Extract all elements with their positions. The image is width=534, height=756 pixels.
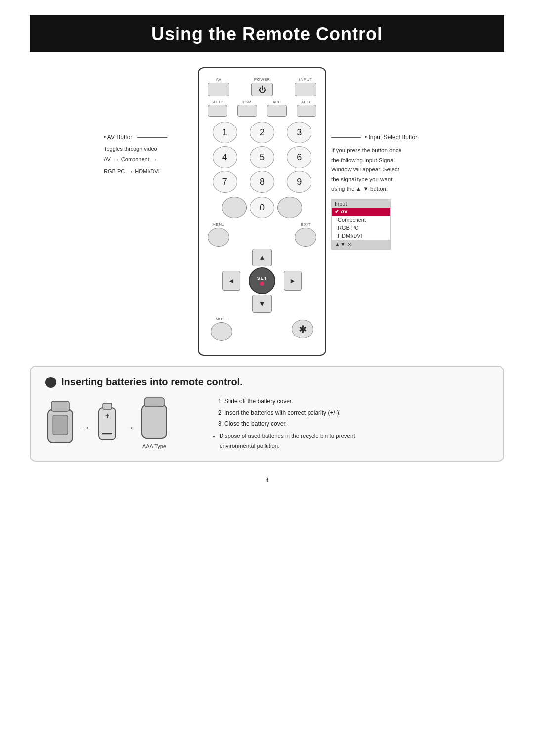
battery-svg: + <box>95 400 120 445</box>
svg-rect-9 <box>142 405 167 438</box>
svg-rect-4 <box>53 415 68 435</box>
isw-item-av: ✔ AV <box>332 208 390 216</box>
menu-exit-row: MENU EXIT <box>208 222 316 247</box>
psm-button-group: PSM <box>237 100 257 117</box>
nav-down-button[interactable]: ▼ <box>252 295 272 313</box>
sleep-button-group: SLEEP <box>208 100 227 117</box>
set-dot <box>260 282 264 286</box>
extra-btn-right[interactable] <box>277 197 302 218</box>
num-1[interactable]: 1 <box>213 122 237 143</box>
mute-button-group: MUTE <box>211 317 232 341</box>
av-label: AV <box>216 77 221 82</box>
instruction-3: Close the battery cover. <box>224 419 355 430</box>
svg-text:+: + <box>105 412 109 420</box>
av-button-label: • AV Button <box>104 134 134 141</box>
sleep-button[interactable] <box>208 105 227 117</box>
nav-right-button[interactable]: ► <box>284 271 302 291</box>
num-5[interactable]: 5 <box>250 146 274 168</box>
batteries-title: Inserting batteries into remote control. <box>61 377 243 388</box>
numpad: 1 2 3 4 5 6 7 8 9 <box>208 122 316 193</box>
num-9[interactable]: 9 <box>287 171 312 193</box>
av-button[interactable] <box>208 83 229 96</box>
isw-item-hdmi-dvi: HDMI/DVI <box>332 232 390 240</box>
power-label: POWER <box>254 77 270 82</box>
isw-title: Input <box>332 200 390 208</box>
svg-rect-1 <box>51 401 69 411</box>
page-number: 4 <box>0 476 534 484</box>
isw-item-rgb-pc: RGB PC <box>332 224 390 232</box>
input-button[interactable] <box>295 83 316 96</box>
av-button-group: AV <box>208 77 229 96</box>
auto-label: AUTO <box>301 100 312 104</box>
mute-row: MUTE ✱ <box>208 317 316 341</box>
instruction-1: Slide off the battery cover. <box>224 396 355 407</box>
psm-button[interactable] <box>237 105 257 117</box>
av-flow: AV → Component → RGB PC → HDMI/DVI <box>104 154 193 178</box>
power-button-group: POWER ⏻ <box>251 77 273 96</box>
zero-row: 0 <box>208 197 316 218</box>
arc-label: ARC <box>273 100 281 104</box>
arrow1: → <box>80 422 90 433</box>
auto-button[interactable] <box>297 105 316 117</box>
batteries-diagrams: → + → AAA Type <box>45 396 199 449</box>
menu-button[interactable] <box>208 228 229 247</box>
num-4[interactable]: 4 <box>213 146 237 168</box>
menu-label: MENU <box>212 222 225 227</box>
remote-control: AV POWER ⏻ INPUT SLEEP PSM <box>198 67 326 356</box>
isw-nav: ▲▼ ⊙ <box>332 240 390 249</box>
mute-label: MUTE <box>216 317 228 321</box>
exit-button[interactable] <box>295 228 316 247</box>
batteries-dot <box>45 377 56 388</box>
batteries-header: Inserting batteries into remote control. <box>45 377 489 388</box>
num-3[interactable]: 3 <box>287 122 312 143</box>
exit-button-group: EXIT <box>295 222 316 247</box>
battery-step1 <box>45 400 75 445</box>
num-6[interactable]: 6 <box>287 146 312 168</box>
battery-step2: + <box>95 400 120 445</box>
power-button[interactable]: ⏻ <box>251 83 273 96</box>
input-button-group: INPUT <box>295 77 316 96</box>
svg-rect-6 <box>103 403 112 409</box>
mute-button[interactable] <box>211 322 232 341</box>
nav-cross: ▲ ◄ SET ► ▼ <box>222 249 302 313</box>
batteries-section: Inserting batteries into remote control. <box>30 366 504 462</box>
extra-btn-left[interactable] <box>222 197 247 218</box>
power-icon: ⏻ <box>259 85 266 94</box>
isw-item-component: Component <box>332 216 390 224</box>
input-select-label: • Input Select Button <box>365 134 419 141</box>
toggles-text: Toggles through video <box>104 146 193 152</box>
left-annotations: • AV Button Toggles through video AV → C… <box>104 67 193 179</box>
input-description: If you press the button once, the follow… <box>331 146 430 194</box>
arrow2: → <box>125 422 134 433</box>
menu-button-group: MENU <box>208 222 229 247</box>
batteries-instructions: Slide off the battery cover. Insert the … <box>209 396 355 451</box>
num-2[interactable]: 2 <box>250 122 274 143</box>
input-signal-window: Input ✔ AV Component RGB PC HDMI/DVI ▲▼ … <box>331 199 391 250</box>
asterisk-button[interactable]: ✱ <box>292 320 313 338</box>
nav-up-button[interactable]: ▲ <box>252 249 272 266</box>
diagram-area: • AV Button Toggles through video AV → C… <box>0 67 534 356</box>
arc-button[interactable] <box>267 105 287 117</box>
instruction-2: Insert the batteries with correct polari… <box>224 407 355 419</box>
nav-set-button[interactable]: SET <box>249 267 275 294</box>
sleep-label: SLEEP <box>211 100 223 104</box>
right-annotations: • Input Select Button If you press the b… <box>331 67 430 250</box>
remote-step1-svg <box>45 400 75 445</box>
page-title-bar: Using the Remote Control <box>30 15 504 52</box>
exit-label: EXIT <box>301 222 311 227</box>
aaa-type-label: AAA Type <box>142 443 166 449</box>
auto-button-group: AUTO <box>297 100 316 117</box>
input-label: INPUT <box>299 77 312 82</box>
page-title: Using the Remote Control <box>30 24 504 44</box>
arc-button-group: ARC <box>267 100 287 117</box>
nav-left-button[interactable]: ◄ <box>222 271 240 291</box>
batteries-content: → + → AAA Type <box>45 396 489 451</box>
set-label: SET <box>257 276 267 281</box>
remote-step3-svg <box>139 396 169 440</box>
psm-label: PSM <box>243 100 252 104</box>
battery-step3: AAA Type <box>139 396 169 449</box>
num-7[interactable]: 7 <box>213 171 237 193</box>
num-8[interactable]: 8 <box>250 171 274 193</box>
num-0[interactable]: 0 <box>250 197 274 218</box>
battery-disposal-note: Dispose of used batteries in the recycle… <box>220 431 355 451</box>
